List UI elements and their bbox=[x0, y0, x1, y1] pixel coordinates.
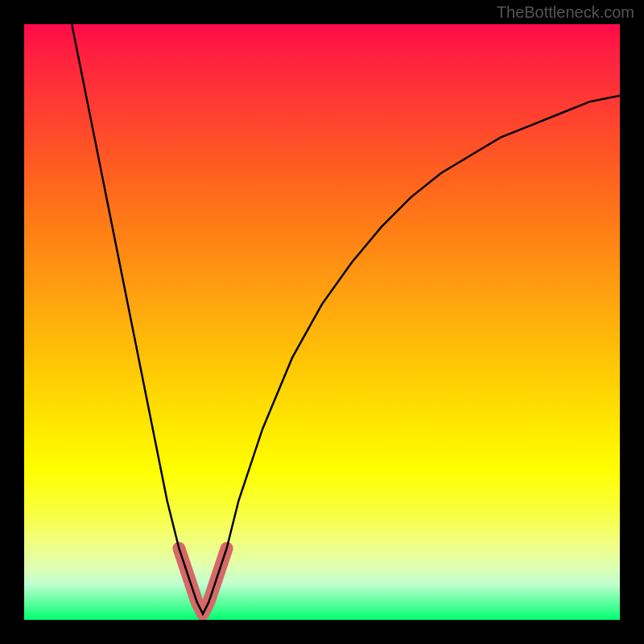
highlight-curve bbox=[179, 548, 226, 613]
bottleneck-curve bbox=[72, 24, 620, 614]
watermark-text: TheBottleneck.com bbox=[497, 3, 634, 22]
chart-svg bbox=[24, 24, 620, 620]
chart-plot-area bbox=[24, 24, 620, 620]
